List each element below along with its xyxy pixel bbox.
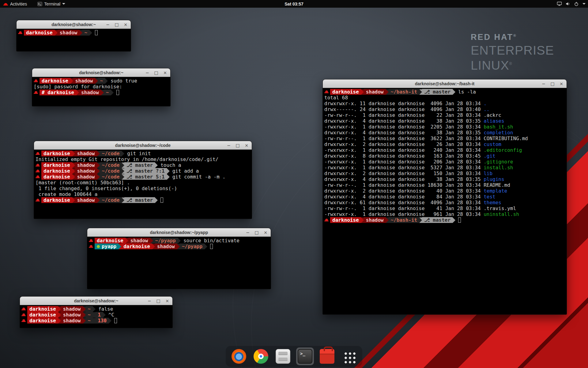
prompt-segment-user: darknoise [41, 197, 72, 203]
terminal-cursor [116, 90, 119, 95]
logo-brand-text: RED HAT [471, 33, 513, 42]
redhat-prompt-icon [324, 218, 329, 223]
terminal-window-bashit: darknoise@shadow:~/bash-it − □ × darknoi… [322, 79, 567, 315]
terminal-content[interactable]: darknoiseshadow~/codegit initInitialized… [34, 150, 252, 219]
app-grid-icon[interactable] [340, 347, 358, 365]
terminal-content[interactable]: darknoiseshadow~ [17, 29, 131, 51]
terminal-content[interactable]: darknoiseshadow~/pyappsource bin/activat… [87, 237, 271, 289]
redhat-prompt-icon [18, 30, 23, 35]
close-button[interactable]: × [163, 70, 168, 75]
maximize-button[interactable]: □ [235, 143, 240, 148]
prompt-segment-git: ⎇ master [124, 162, 155, 168]
minimize-button[interactable]: − [105, 22, 110, 27]
prompt-segment-path: ~ [104, 90, 111, 95]
output-text: drwxrwxr-x. 61 darknoise darknoise 4096 … [324, 200, 484, 205]
python-icon [97, 245, 100, 248]
maximize-button[interactable]: □ [114, 22, 119, 27]
prompt-segment-host: shadow [79, 90, 101, 95]
powerline-separator [97, 197, 100, 203]
prompt-segment-user: darknoise [41, 162, 72, 168]
powerline-separator [126, 238, 128, 243]
prompt-segment-host: shadow [75, 168, 97, 174]
activities-button[interactable]: Activities [0, 0, 30, 8]
powerline-separator [95, 78, 98, 84]
powerline-separator [97, 168, 100, 174]
prompt-segment-exit: 1 [96, 312, 103, 318]
prompt-segment-host: shadow [61, 306, 83, 312]
output-line: drwxrwxr-x. 61 darknoise darknoise 4096 … [324, 200, 565, 205]
output-line: drwx------. 24 darknoise darknoise 4096 … [324, 106, 565, 112]
powerline-separator [152, 244, 155, 249]
output-text: -rw-rw-r--. 1 darknoise darknoise 18630 … [324, 182, 484, 188]
minimize-button[interactable]: − [245, 230, 250, 235]
output-text: 1 file changed, 0 insertions(+), 0 delet… [36, 186, 177, 191]
output-text: drwxrwxr-x. 8 darknoise darknoise 163 Ja… [324, 153, 484, 159]
maximize-button[interactable]: □ [254, 230, 259, 235]
output-line: -rw-rw-r--. 1 darknoise darknoise 3622 J… [324, 136, 565, 141]
window-titlebar[interactable]: darknoise@shadow:~ − □ × [32, 68, 170, 77]
redhat-icon [3, 2, 8, 6]
minimize-button[interactable]: − [145, 70, 150, 75]
terminal-content[interactable]: darknoiseshadow~sudo true[sudo] password… [32, 77, 170, 106]
prompt-line: darknoiseshadow~/bash-it⎇ masterls -la [324, 89, 565, 95]
prompt-segment-host: shadow [75, 174, 97, 180]
minimize-button[interactable]: − [147, 298, 152, 303]
software-icon[interactable] [318, 347, 336, 365]
window-titlebar[interactable]: darknoise@shadow:~/pyapp − □ × [87, 228, 271, 237]
logo-linux-text: LINUX [471, 58, 509, 72]
prompt-line: darknoiseshadow~/code⎇ master [36, 197, 250, 203]
redhat-prompt-icon [89, 244, 93, 249]
terminal-content[interactable]: darknoiseshadow~/bash-it⎇ masterls -lato… [323, 88, 567, 314]
files-icon[interactable] [274, 347, 292, 365]
clock[interactable]: Sat 03:57 [285, 2, 303, 6]
powerline-separator [83, 306, 86, 312]
powerline-separator [122, 174, 124, 180]
command-text: ^C [108, 312, 114, 318]
maximize-button[interactable]: □ [550, 81, 555, 86]
command-text: git add a [172, 168, 199, 174]
powerline-separator [55, 30, 58, 36]
system-status-area[interactable] [557, 0, 586, 8]
file-name-dir: template [484, 188, 507, 194]
file-name-dir: .git [484, 153, 496, 159]
close-button[interactable]: × [559, 81, 564, 86]
powerline-separator [109, 318, 111, 324]
redhat-prompt-icon [21, 312, 26, 317]
powerline-separator [103, 312, 106, 318]
terminal-window-sudo: darknoise@shadow:~ − □ × darknoiseshadow… [32, 68, 171, 106]
maximize-button[interactable]: □ [154, 70, 159, 75]
firefox-icon[interactable] [230, 347, 248, 365]
output-text: total 68 [324, 95, 348, 101]
window-titlebar[interactable]: darknoise@shadow:~/bash-it − □ × [323, 79, 567, 88]
powerline-separator [70, 78, 73, 84]
powerline-separator [72, 174, 75, 180]
window-titlebar[interactable]: darknoise@shadow:~/code − □ × [34, 141, 252, 150]
minimize-button[interactable]: − [226, 143, 231, 148]
close-button[interactable]: × [165, 298, 170, 303]
maximize-button[interactable]: □ [156, 298, 161, 303]
chrome-icon[interactable] [252, 347, 270, 365]
powerline-separator [72, 163, 75, 168]
output-text: -rwxrwxr-x. 1 darknoise darknoise 5327 J… [324, 165, 484, 171]
prompt-segment-path: ~/code [100, 197, 122, 203]
powerline-separator [101, 90, 104, 95]
prompt-line: darknoiseshadow~130 [21, 318, 171, 324]
close-button[interactable]: × [244, 143, 249, 148]
output-text: drwxrwxr-x. 4 darknoise darknoise 38 Jan… [324, 130, 484, 136]
powerline-separator [93, 306, 96, 312]
output-line: Initialized empty Git repository in /hom… [36, 156, 250, 162]
terminal-app-menu[interactable]: Terminal [34, 0, 68, 8]
terminal-content[interactable]: darknoiseshadow~falsedarknoiseshadow~1^C… [20, 305, 172, 328]
minimize-button[interactable]: − [541, 81, 546, 86]
window-titlebar[interactable]: darknoise@shadow:~ − □ × [17, 20, 131, 29]
file-name-dir: lib [484, 171, 492, 176]
terminal-cursor [458, 217, 461, 223]
close-button[interactable]: × [123, 22, 128, 27]
terminal-icon[interactable]: >_ [296, 347, 314, 365]
prompt-segment-path: ~ [82, 30, 90, 36]
registered-mark: ® [509, 62, 512, 66]
close-button[interactable]: × [263, 230, 268, 235]
window-titlebar[interactable]: darknoise@shadow:~ − □ × [20, 297, 172, 305]
prompt-segment-host: shadow [155, 243, 177, 249]
file-name-dir: plugins [484, 176, 504, 182]
